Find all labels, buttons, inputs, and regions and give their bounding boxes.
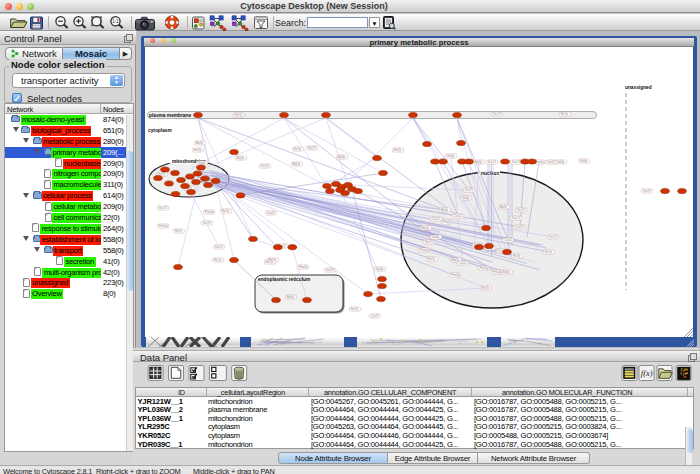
svg-text:Hxt7p: Hxt7p [266,260,274,264]
svg-text:Cox12: Cox12 [547,160,556,164]
svg-text:Sec23: Sec23 [512,160,520,164]
svg-text:endoplasmic reticulum: endoplasmic reticulum [258,277,310,282]
svg-text:Gal4p: Gal4p [447,154,455,158]
svg-text:Hxt7p: Hxt7p [513,254,521,258]
svg-text:Hxt7p: Hxt7p [175,229,183,233]
svg-text:Atp5p: Atp5p [500,205,508,209]
svg-text:Pma1p: Pma1p [159,224,168,228]
svg-text:Pma1p: Pma1p [205,210,214,214]
svg-text:Atp5p: Atp5p [441,208,449,212]
svg-text:Sec23: Sec23 [203,221,211,225]
svg-text:Hxt7p: Hxt7p [194,148,202,152]
svg-text:Atp5p: Atp5p [422,226,430,230]
svg-text:Hxt7p: Hxt7p [545,250,553,254]
svg-text:Sec23: Sec23 [215,245,223,249]
svg-text:Gal4p: Gal4p [432,235,440,239]
svg-text:Cox12: Cox12 [516,225,525,229]
svg-text:Hxt7p: Hxt7p [482,286,490,290]
svg-text:Sec23: Sec23 [643,189,651,193]
svg-text:Gal4p: Gal4p [580,159,588,163]
svg-text:Sec23: Sec23 [488,160,496,164]
svg-text:Atp5p: Atp5p [475,160,483,164]
svg-text:Cox12: Cox12 [371,314,380,318]
svg-text:Cox12: Cox12 [432,217,441,221]
svg-text:Sec23: Sec23 [493,112,501,116]
svg-text:Hxt7p: Hxt7p [294,147,302,151]
svg-text:nucleus: nucleus [481,171,499,176]
svg-text:Pma1p: Pma1p [299,265,308,269]
svg-text:f(x): f(x) [641,368,653,378]
svg-text:Gal4p: Gal4p [198,161,206,165]
svg-text:Cox12: Cox12 [454,214,463,218]
svg-text:Hxt7p: Hxt7p [561,112,569,116]
svg-text:Atp5p: Atp5p [338,155,346,159]
svg-text:Sec23: Sec23 [425,240,433,244]
svg-text:Cox12: Cox12 [504,238,513,242]
svg-text:cytoplasm: cytoplasm [148,128,172,133]
svg-text:Sec23: Sec23 [326,268,334,272]
svg-text:plasma membrane: plasma membrane [149,113,191,118]
svg-text:Pma1p: Pma1p [480,266,489,270]
svg-text:Atp5p: Atp5p [293,162,301,166]
svg-text:Sec23: Sec23 [308,146,316,150]
svg-text:Gal4p: Gal4p [376,267,384,271]
svg-text:Sec23: Sec23 [261,164,269,168]
svg-text:Atp5p: Atp5p [287,295,295,299]
svg-text:Atp5p: Atp5p [503,270,511,274]
svg-text:Sec23: Sec23 [512,216,520,220]
svg-text:Sec23: Sec23 [517,208,525,212]
svg-text:Atp5p: Atp5p [196,141,204,145]
svg-text:Cox12: Cox12 [267,211,276,215]
svg-text:Hxt7p: Hxt7p [214,258,222,262]
svg-text:Cox12: Cox12 [459,261,468,265]
svg-text:Pma1p: Pma1p [420,248,429,252]
svg-text:Hxt7p: Hxt7p [235,113,243,117]
svg-text:Sec23: Sec23 [549,235,557,239]
svg-text:1:1: 1:1 [112,19,119,24]
svg-text:Sec23: Sec23 [465,188,473,192]
svg-text:Pma1p: Pma1p [451,273,460,277]
svg-text:Gal4p: Gal4p [462,196,470,200]
svg-text:Hxt7p: Hxt7p [394,148,402,152]
svg-text:Atp5p: Atp5p [237,156,245,160]
svg-text:Hxt7p: Hxt7p [428,257,436,261]
svg-text:Hxt7p: Hxt7p [222,209,230,213]
svg-text:Pma1p: Pma1p [443,220,452,224]
svg-text:Pma1p: Pma1p [493,270,502,274]
svg-text:Sec23: Sec23 [159,206,167,210]
svg-text:Gal4p: Gal4p [557,160,565,164]
svg-text:Hxt7p: Hxt7p [351,307,359,311]
svg-text:unassigned: unassigned [625,85,652,90]
